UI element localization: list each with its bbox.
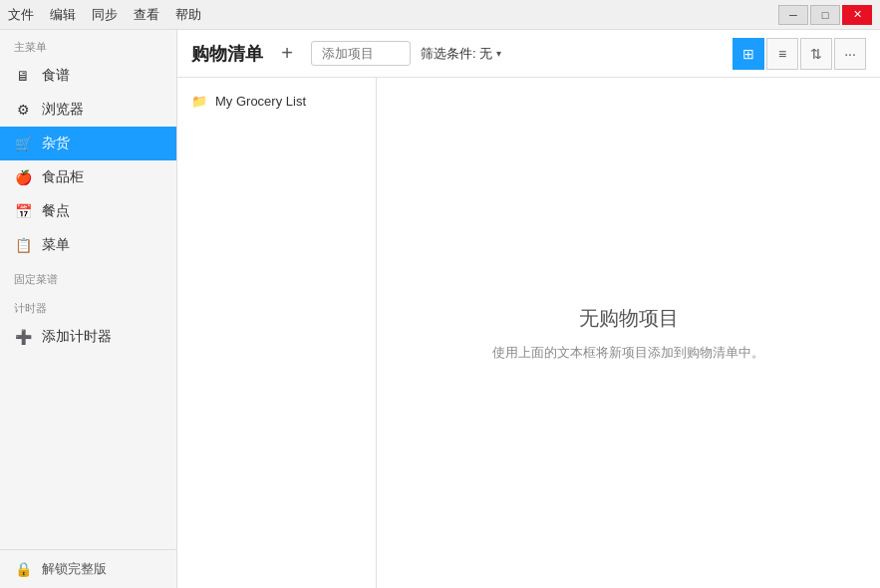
sidebar-item-menu[interactable]: 📋 菜单 [0,228,176,262]
menu-view[interactable]: 查看 [134,6,159,24]
sidebar-label-recipes: 食谱 [42,67,70,85]
title-bar: 文件 编辑 同步 查看 帮助 ─ □ ✕ [0,0,880,30]
sidebar-label-menu: 菜单 [42,236,70,254]
sidebar-section-pinned: 固定菜谱 [0,262,176,291]
view-more-button[interactable]: ··· [834,38,866,70]
content-header: 购物清单 + 筛选条件: 无 ▾ ⊞ ≡ ⇅ ··· [177,30,880,78]
unlock-label: 解锁完整版 [42,560,107,578]
menu-sync[interactable]: 同步 [92,6,118,24]
add-timer-icon: ➕ [14,328,32,346]
menu-help[interactable]: 帮助 [175,6,201,24]
view-controls: ⊞ ≡ ⇅ ··· [733,38,866,70]
content-area: 购物清单 + 筛选条件: 无 ▾ ⊞ ≡ ⇅ ··· 📁 My Grocery … [177,30,880,588]
sidebar-section-timers: 计时器 [0,291,176,320]
filter-label[interactable]: 筛选条件: 无 ▾ [421,45,501,63]
sidebar-item-recipes[interactable]: 🖥 食谱 [0,59,176,93]
sidebar-label-meals: 餐点 [42,202,70,220]
browser-icon: ⚙ [14,101,32,119]
empty-state-title: 无购物项目 [579,305,679,332]
sidebar-add-timer[interactable]: ➕ 添加计时器 [0,320,176,354]
window-controls: ─ □ ✕ [778,5,872,25]
meals-icon: 📅 [14,202,32,220]
recipes-icon: 🖥 [14,67,32,85]
list-item[interactable]: 📁 My Grocery List [177,86,376,117]
list-panel: 📁 My Grocery List [177,78,377,588]
page-title: 购物清单 [191,42,263,66]
close-button[interactable]: ✕ [842,5,872,25]
sidebar-label-pantry: 食品柜 [42,168,84,186]
sidebar-label-grocery: 杂货 [42,135,70,152]
pantry-icon: 🍎 [14,168,32,186]
unlock-button[interactable]: 🔒 解锁完整版 [0,549,176,588]
sidebar-section-main: 主菜单 [0,30,176,59]
folder-icon: 📁 [191,94,207,109]
main-content-panel: 无购物项目 使用上面的文本框将新项目添加到购物清单中。 [377,78,880,588]
chevron-down-icon: ▾ [496,48,501,59]
sidebar-item-pantry[interactable]: 🍎 食品柜 [0,160,176,194]
filter-text: 筛选条件: 无 [421,45,492,63]
sidebar-item-browser[interactable]: ⚙ 浏览器 [0,93,176,127]
main-container: 主菜单 🖥 食谱 ⚙ 浏览器 🛒 杂货 🍎 食品柜 📅 餐点 📋 菜单 固定菜谱… [0,30,880,588]
menu-icon: 📋 [14,236,32,254]
sidebar-item-grocery[interactable]: 🛒 杂货 [0,127,176,160]
minimize-button[interactable]: ─ [778,5,808,25]
sidebar: 主菜单 🖥 食谱 ⚙ 浏览器 🛒 杂货 🍎 食品柜 📅 餐点 📋 菜单 固定菜谱… [0,30,177,588]
grocery-icon: 🛒 [14,135,32,152]
view-list-button[interactable]: ≡ [766,38,798,70]
sidebar-item-meals[interactable]: 📅 餐点 [0,194,176,228]
menu-bar: 文件 编辑 同步 查看 帮助 [8,6,201,24]
sidebar-label-add-timer: 添加计时器 [42,328,112,346]
content-panels: 📁 My Grocery List 无购物项目 使用上面的文本框将新项目添加到购… [177,78,880,588]
view-sort-button[interactable]: ⇅ [800,38,832,70]
sidebar-label-browser: 浏览器 [42,101,84,119]
list-item-label: My Grocery List [215,94,306,109]
menu-edit[interactable]: 编辑 [50,6,76,24]
view-grid-button[interactable]: ⊞ [733,38,764,70]
add-list-button[interactable]: + [273,40,301,68]
menu-file[interactable]: 文件 [8,6,34,24]
restore-button[interactable]: □ [810,5,840,25]
add-item-input[interactable] [311,41,411,66]
empty-state-description: 使用上面的文本框将新项目添加到购物清单中。 [492,344,764,362]
lock-icon: 🔒 [14,560,32,578]
